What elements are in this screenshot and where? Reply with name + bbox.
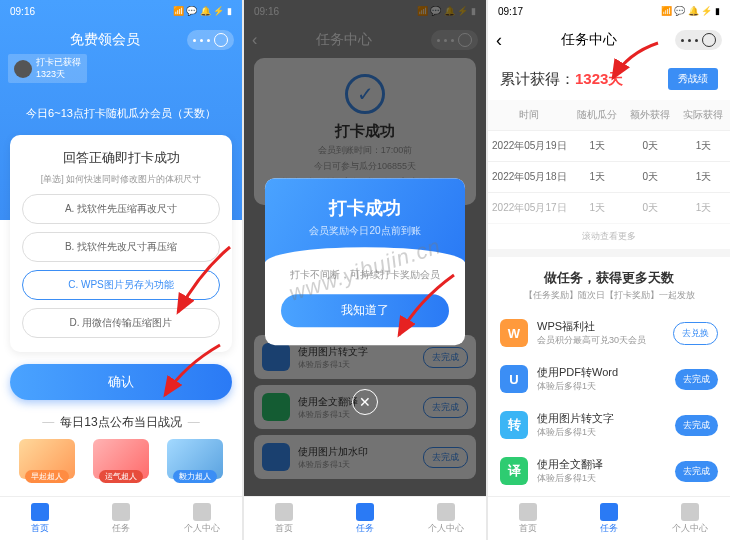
summary-row: 累计获得：1323天 秀战绩 bbox=[488, 58, 730, 100]
task-action-button[interactable]: 去完成 bbox=[675, 415, 718, 436]
option-a[interactable]: A. 找软件先压缩再改尺寸 bbox=[22, 194, 220, 224]
screen-3: 09:17 📶 💬 🔔 ⚡ ▮ ‹ 任务中心 累计获得：1323天 秀战绩 时间… bbox=[488, 0, 730, 540]
capsule-menu[interactable] bbox=[675, 30, 722, 50]
task-action-button[interactable]: 去兑换 bbox=[673, 322, 718, 345]
badge-3[interactable]: 毅力超人 bbox=[167, 439, 223, 483]
task-icon: 译 bbox=[500, 457, 528, 485]
badge-2[interactable]: 运气超人 bbox=[93, 439, 149, 483]
nav-tasks[interactable]: 任务 bbox=[325, 497, 406, 540]
task-icon: W bbox=[500, 319, 528, 347]
profile-icon bbox=[437, 503, 455, 521]
avatar-icon bbox=[14, 60, 32, 78]
badges-row: 早起超人 运气超人 毅力超人 bbox=[0, 439, 242, 483]
table-more[interactable]: 滚动查看更多 bbox=[488, 224, 730, 249]
table-row: 2022年05月18日1天0天1天 bbox=[488, 162, 730, 193]
task-row: 转 使用图片转文字体验后多得1天 去完成 bbox=[488, 402, 730, 448]
modal-title: 打卡成功 bbox=[275, 196, 455, 220]
nav-tasks[interactable]: 任务 bbox=[569, 497, 650, 540]
capsule-menu[interactable] bbox=[187, 30, 234, 50]
task-action-button[interactable]: 去完成 bbox=[675, 369, 718, 390]
option-b[interactable]: B. 找软件先改尺寸再压缩 bbox=[22, 232, 220, 262]
bottom-nav: 首页 任务 个人中心 bbox=[244, 496, 486, 540]
quiz-card: 回答正确即打卡成功 [单选] 如何快速同时修改图片的体积尺寸 A. 找软件先压缩… bbox=[10, 135, 232, 352]
share-button[interactable]: 秀战绩 bbox=[668, 68, 718, 90]
confirm-button[interactable]: 确认 bbox=[10, 364, 232, 400]
option-d[interactable]: D. 用微信传输压缩图片 bbox=[22, 308, 220, 338]
card-title: 回答正确即打卡成功 bbox=[22, 149, 220, 167]
back-icon[interactable]: ‹ bbox=[496, 30, 502, 51]
profile-icon bbox=[681, 503, 699, 521]
home-icon bbox=[519, 503, 537, 521]
nav-profile[interactable]: 个人中心 bbox=[649, 497, 730, 540]
task-row: W WPS福利社会员积分最高可兑30天会员 去兑换 bbox=[488, 310, 730, 356]
nav-home[interactable]: 首页 bbox=[0, 497, 81, 540]
top-bar: 免费领会员 bbox=[0, 22, 242, 58]
table-row: 2022年05月17日1天0天1天 bbox=[488, 193, 730, 224]
badge-1[interactable]: 早起超人 bbox=[19, 439, 75, 483]
home-icon bbox=[275, 503, 293, 521]
modal-text: 打卡不间断，可持续打卡奖励会员 bbox=[281, 268, 449, 282]
task-icon: 转 bbox=[500, 411, 528, 439]
status-time: 09:17 bbox=[498, 6, 523, 17]
card-subtitle: [单选] 如何快速同时修改图片的体积尺寸 bbox=[22, 173, 220, 186]
page-title: 免费领会员 bbox=[70, 31, 140, 49]
tasks-subtitle: 【任务奖励】随次日【打卡奖励】一起发放 bbox=[488, 289, 730, 302]
nav-profile[interactable]: 个人中心 bbox=[161, 497, 242, 540]
task-row: U 使用PDF转Word体验后多得1天 去完成 bbox=[488, 356, 730, 402]
tasks-header: 做任务，获得更多天数 bbox=[488, 257, 730, 289]
status-bar: 09:16 📶 💬 🔔 ⚡ ▮ bbox=[0, 0, 242, 22]
task-icon bbox=[112, 503, 130, 521]
screen-2: 09:16 📶 💬 🔔 ⚡ ▮ ‹ 任务中心 ✓ 打卡成功 会员到账时间：17:… bbox=[244, 0, 486, 540]
success-modal: 打卡成功 会员奖励今日20点前到账 打卡不间断，可持续打卡奖励会员 我知道了 bbox=[265, 178, 465, 345]
status-time: 09:16 bbox=[10, 6, 35, 17]
status-icons: 📶 💬 🔔 ⚡ ▮ bbox=[661, 6, 720, 16]
nav-profile[interactable]: 个人中心 bbox=[405, 497, 486, 540]
nav-home[interactable]: 首页 bbox=[488, 497, 569, 540]
task-icon bbox=[356, 503, 374, 521]
task-icon bbox=[600, 503, 618, 521]
modal-close-button[interactable]: ✕ bbox=[352, 389, 378, 415]
status-bar: 09:17 📶 💬 🔔 ⚡ ▮ bbox=[488, 0, 730, 22]
total-days: 1323天 bbox=[575, 70, 623, 87]
status-icons: 📶 💬 🔔 ⚡ ▮ bbox=[173, 6, 232, 16]
divider bbox=[488, 249, 730, 257]
modal-ok-button[interactable]: 我知道了 bbox=[281, 294, 449, 327]
home-icon bbox=[31, 503, 49, 521]
subtitle: 今日6~13点打卡随机瓜分会员（天数） bbox=[0, 106, 242, 121]
profile-icon bbox=[193, 503, 211, 521]
screen-1: 09:16 📶 💬 🔔 ⚡ ▮ 免费领会员 打卡已获得1323天 今日6~13点… bbox=[0, 0, 242, 540]
table-row: 2022年05月19日1天0天1天 bbox=[488, 131, 730, 162]
top-bar: ‹ 任务中心 bbox=[488, 22, 730, 58]
option-c[interactable]: C. WPS图片另存为功能 bbox=[22, 270, 220, 300]
task-icon: U bbox=[500, 365, 528, 393]
history-table: 时间 随机瓜分 额外获得 实际获得 2022年05月19日1天0天1天 2022… bbox=[488, 100, 730, 249]
bottom-nav: 首页 任务 个人中心 bbox=[488, 496, 730, 540]
task-row: 译 使用全文翻译体验后多得1天 去完成 bbox=[488, 448, 730, 494]
nav-tasks[interactable]: 任务 bbox=[81, 497, 162, 540]
task-action-button[interactable]: 去完成 bbox=[675, 461, 718, 482]
nav-home[interactable]: 首页 bbox=[244, 497, 325, 540]
bottom-nav: 首页 任务 个人中心 bbox=[0, 496, 242, 540]
checkin-tag[interactable]: 打卡已获得1323天 bbox=[8, 54, 87, 83]
section-header: 每日13点公布当日战况 bbox=[0, 414, 242, 431]
page-title: 任务中心 bbox=[561, 31, 617, 49]
modal-subtitle: 会员奖励今日20点前到账 bbox=[275, 224, 455, 238]
